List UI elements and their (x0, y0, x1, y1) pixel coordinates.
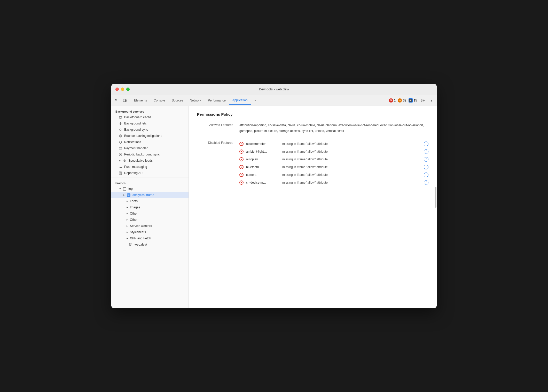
settings-icon[interactable] (419, 97, 426, 104)
frame-other-2[interactable]: ► Other (111, 217, 189, 223)
sidebar-item-payment[interactable]: Payment handler (111, 145, 189, 151)
svg-rect-12 (123, 187, 126, 190)
error-icon: ✕ (389, 98, 393, 103)
titlebar: DevTools - web.dev/ (111, 84, 437, 95)
frame-images[interactable]: ► Images (111, 204, 189, 210)
sidebar-item-push[interactable]: ☁ Push messaging (111, 164, 189, 170)
sidebar: Background services Back/forward cache B… (111, 106, 189, 308)
sidebar-item-speculative[interactable]: ► Speculative loads (111, 158, 189, 164)
disabled-error-icon: ✕ (239, 181, 244, 185)
frames-title: Frames (111, 179, 189, 186)
disabled-error-icon: ✕ (239, 173, 244, 177)
svg-point-8 (120, 135, 121, 137)
disabled-feature-name: bluetooth (246, 165, 280, 169)
sidebar-label-bounce: Bounce tracking mitigations (124, 134, 162, 138)
disabled-info-button[interactable]: i (424, 142, 428, 146)
svg-rect-3 (126, 100, 126, 101)
push-icon: ☁ (119, 165, 122, 169)
disabled-list: ✕accelerometermissing in iframe "allow" … (239, 140, 428, 186)
webdev-icon (129, 243, 132, 246)
sidebar-divider (111, 177, 189, 177)
devtools-window: DevTools - web.dev/ Elements Console (111, 84, 437, 308)
disabled-info-button[interactable]: i (424, 149, 428, 154)
notifications-icon (119, 140, 122, 144)
sidebar-label-push: Push messaging (124, 165, 147, 169)
disabled-feature-reason: missing in iframe "allow" attribute (282, 150, 421, 153)
disabled-row: ✕cameramissing in iframe "allow" attribu… (239, 171, 428, 179)
frame-webdev[interactable]: web.dev/ (111, 241, 189, 248)
close-button[interactable] (115, 88, 119, 91)
tab-elements[interactable]: Elements (131, 96, 150, 105)
disabled-row: ✕ch-device-m…missing in iframe "allow" a… (239, 179, 428, 186)
tab-more[interactable]: » (251, 96, 259, 105)
frame-xhr[interactable]: ► XHR and Fetch (111, 235, 189, 241)
svg-rect-14 (128, 194, 130, 196)
maximize-button[interactable] (126, 88, 130, 91)
sidebar-label-reporting: Reporting API (124, 171, 143, 175)
tab-sources[interactable]: Sources (169, 96, 186, 105)
bg-services-title: Background services (111, 108, 189, 114)
sidebar-item-reporting[interactable]: Reporting API (111, 170, 189, 176)
sidebar-item-bgfetch[interactable]: Background fetch (111, 120, 189, 127)
backforward-icon (119, 115, 122, 119)
svg-rect-1 (115, 99, 117, 100)
sidebar-item-periodicbg[interactable]: Periodic background sync (111, 151, 189, 158)
disabled-error-icon: ✕ (239, 150, 244, 154)
disabled-feature-reason: missing in iframe "allow" attribute (282, 165, 421, 169)
tab-network[interactable]: Network (187, 96, 204, 105)
error-badge[interactable]: ✕ 1 (389, 98, 396, 103)
tab-performance[interactable]: Performance (205, 96, 229, 105)
frame-other-1[interactable]: ► Other (111, 210, 189, 217)
frame-ss-label: Stylesheets (130, 230, 146, 234)
frame-fonts[interactable]: ► Fonts (111, 198, 189, 204)
images-arrow: ► (126, 206, 129, 209)
disabled-row: ✕autoplaymissing in iframe "allow" attri… (239, 155, 428, 163)
bgfetch-icon (119, 122, 122, 125)
sidebar-item-bgsync[interactable]: Background sync (111, 127, 189, 133)
sidebar-item-backforward[interactable]: Back/forward cache (111, 114, 189, 120)
sidebar-label-notifications: Notifications (124, 140, 141, 144)
device-icon[interactable] (121, 97, 128, 104)
analytics-arrow: ► (123, 193, 126, 197)
disabled-section: Disabled Features ✕accelerometermissing … (197, 140, 428, 186)
frame-stylesheets[interactable]: ► Stylesheets (111, 229, 189, 235)
svg-rect-2 (123, 99, 125, 102)
frames-section: Frames ▼ top ► analytics-iframe (111, 179, 189, 248)
info-count: 15 (414, 99, 417, 102)
disabled-feature-name: ch-device-m… (246, 181, 280, 184)
frame-webdev-label: web.dev/ (135, 243, 147, 246)
minimize-button[interactable] (121, 88, 124, 91)
toolbar-right: ✕ 1 ⚠ 32 🔲 15 ⋮ (389, 97, 435, 104)
disabled-info-button[interactable]: i (424, 165, 428, 169)
traffic-lights (115, 88, 130, 91)
svg-point-6 (120, 116, 121, 118)
warn-badge[interactable]: ⚠ 32 (398, 98, 406, 103)
disabled-row: ✕accelerometermissing in iframe "allow" … (239, 140, 428, 148)
scrollbar-track[interactable] (435, 106, 437, 308)
allowed-section: Allowed Features attribution-reporting, … (197, 123, 428, 134)
disabled-row: ✕ambient-light…missing in iframe "allow"… (239, 148, 428, 155)
disabled-info-button[interactable]: i (424, 180, 428, 185)
disabled-info-button[interactable]: i (424, 157, 428, 162)
warn-icon: ⚠ (398, 98, 402, 103)
window-title: DevTools - web.dev/ (259, 87, 289, 91)
disabled-feature-reason: missing in iframe "allow" attribute (282, 181, 421, 184)
disabled-error-icon: ✕ (239, 157, 244, 161)
tab-application[interactable]: Application (229, 96, 251, 105)
info-badge[interactable]: 🔲 15 (409, 98, 417, 103)
frame-analytics-iframe[interactable]: ► analytics-iframe (111, 192, 189, 198)
frame-top[interactable]: ▼ top (111, 186, 189, 192)
tab-console[interactable]: Console (151, 96, 168, 105)
disabled-info-button[interactable]: i (424, 173, 428, 177)
disabled-feature-name: ambient-light… (246, 150, 280, 153)
sidebar-item-bounce[interactable]: Bounce tracking mitigations (111, 133, 189, 139)
more-options-icon[interactable]: ⋮ (428, 97, 435, 104)
scrollbar-thumb[interactable] (435, 187, 436, 208)
frame-serviceworkers[interactable]: ► Service workers (111, 223, 189, 229)
sidebar-item-notifications[interactable]: Notifications (111, 139, 189, 145)
disabled-error-icon: ✕ (239, 142, 244, 146)
inspect-icon[interactable] (113, 97, 121, 104)
info-icon: 🔲 (409, 98, 413, 103)
permissions-title: Permissions Policy (197, 112, 428, 116)
content-area: Permissions Policy Allowed Features attr… (189, 106, 437, 308)
